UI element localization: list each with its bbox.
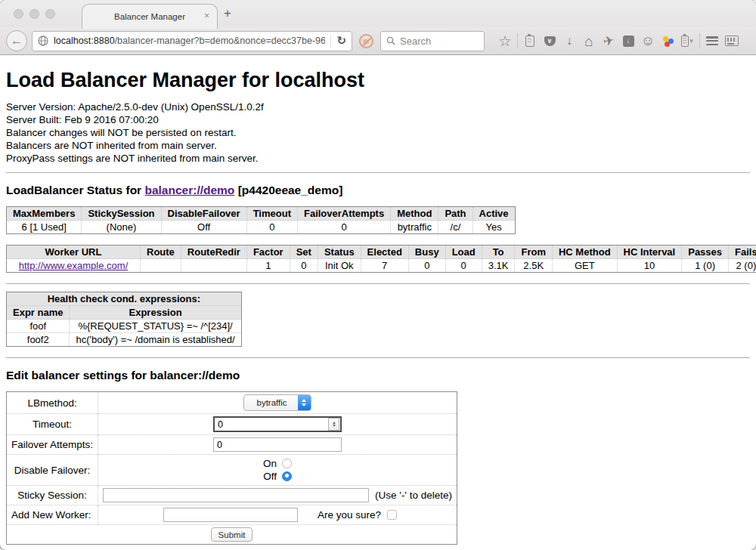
content-blocked-icon[interactable] bbox=[359, 34, 373, 48]
back-button[interactable]: ← bbox=[6, 30, 27, 51]
cell-expr-name: foof2 bbox=[7, 333, 70, 347]
worker-table: Worker URL Route RouteRedir Factor Set S… bbox=[6, 245, 756, 273]
cell-expression: hc('body') =~ /domain is established/ bbox=[70, 333, 241, 347]
col-hc-method: HC Method bbox=[552, 246, 617, 259]
table-header-row: Worker URL Route RouteRedir Factor Set S… bbox=[7, 246, 756, 259]
table-header-row: MaxMembers StickySession DisableFailover… bbox=[7, 207, 516, 221]
search-bar[interactable]: Search bbox=[380, 31, 485, 51]
table-row: foof2 hc('body') =~ /domain is establish… bbox=[7, 333, 242, 347]
timeout-cell bbox=[98, 414, 457, 435]
lbmethod-selected-value: bytraffic bbox=[244, 395, 297, 410]
col-status: Status bbox=[318, 246, 361, 259]
timeout-input[interactable] bbox=[213, 416, 342, 432]
cell-route bbox=[141, 259, 181, 273]
cell-fails: 2 (0) bbox=[729, 259, 756, 273]
url-bar[interactable]: localhost:8880/balancer-manager?b=demo&n… bbox=[32, 31, 352, 51]
new-tab-button[interactable]: + bbox=[224, 6, 231, 21]
col-to: To bbox=[482, 246, 515, 259]
menu-hamburger-icon[interactable] bbox=[702, 32, 722, 50]
downloads-icon[interactable]: ↓ bbox=[559, 32, 579, 50]
cell-hc-method: GET bbox=[552, 259, 617, 273]
select-stepper-icon bbox=[298, 395, 311, 410]
bookmark-star-icon[interactable]: ☆ bbox=[495, 32, 515, 50]
save-page-icon[interactable]: ↓ bbox=[618, 32, 638, 50]
are-you-sure-checkbox[interactable] bbox=[387, 510, 397, 520]
close-window-button[interactable] bbox=[14, 9, 23, 19]
sticky-session-note: (Use '-' to delete) bbox=[375, 490, 452, 501]
col-method: Method bbox=[391, 207, 438, 221]
toolbar-separator bbox=[517, 33, 518, 48]
server-built-line: Server Built: Feb 9 2016 07:00:20 bbox=[6, 114, 750, 127]
keyboard-addon-icon[interactable] bbox=[722, 32, 742, 50]
radio-off[interactable] bbox=[282, 471, 292, 481]
lbmethod-label: LBmethod: bbox=[7, 392, 98, 414]
home-icon[interactable]: ⌂ bbox=[579, 32, 599, 50]
share-plane-icon[interactable]: ✈ bbox=[599, 32, 618, 50]
divider bbox=[6, 283, 750, 284]
col-path: Path bbox=[438, 207, 472, 221]
form-row-disable-failover: Disable Failover: On Off bbox=[7, 455, 457, 486]
sticky-session-input[interactable] bbox=[103, 488, 369, 502]
form-row-submit: Submit bbox=[7, 525, 457, 545]
col-passes: Passes bbox=[682, 246, 729, 259]
url-domain: localhost:8880 bbox=[54, 36, 115, 46]
pocket-icon[interactable]: ∨ bbox=[540, 32, 559, 50]
table-row: 6 [1 Used] (None) Off 0 0 bytraffic /c/ … bbox=[7, 221, 516, 234]
back-arrow-icon: ← bbox=[11, 34, 23, 48]
reload-icon[interactable]: ↻ bbox=[336, 34, 346, 48]
cell-expression: %{REQUEST_STATUS} =~ /^[234]/ bbox=[70, 320, 241, 333]
col-failoverattempts: FailoverAttempts bbox=[297, 207, 390, 221]
form-row-failover-attempts: Failover Attempts: bbox=[7, 435, 457, 455]
number-spinner-icon[interactable] bbox=[328, 418, 339, 431]
search-placeholder: Search bbox=[400, 36, 431, 47]
zoom-window-button[interactable] bbox=[45, 9, 55, 19]
table-row: foof %{REQUEST_STATUS} =~ /^[234]/ bbox=[7, 320, 242, 333]
form-row-timeout: Timeout: bbox=[7, 414, 457, 435]
cell-load: 0 bbox=[445, 259, 482, 273]
radio-on[interactable] bbox=[282, 459, 292, 468]
failover-attempts-input[interactable] bbox=[213, 437, 342, 452]
are-you-sure-label: Are you sure? bbox=[318, 509, 381, 521]
worker-url-link[interactable]: http://www.example.com/ bbox=[19, 260, 129, 271]
status-heading-prefix: LoadBalancer Status for bbox=[6, 184, 144, 196]
status-heading: LoadBalancer Status for balancer://demo … bbox=[6, 184, 750, 197]
minimize-window-button[interactable] bbox=[29, 9, 39, 19]
cell-failoverattempts: 0 bbox=[297, 221, 390, 234]
cell-passes: 1 (0) bbox=[682, 259, 729, 273]
col-expr-name: Expr name bbox=[7, 306, 70, 320]
hello-chat-icon[interactable]: ☺ bbox=[638, 32, 658, 50]
url-path: /balancer-manager?b=demo&nonce=decc37be-… bbox=[115, 36, 326, 46]
window-controls bbox=[14, 9, 55, 19]
disable-failover-cell: On Off bbox=[98, 455, 457, 486]
add-worker-label: Add New Worker: bbox=[7, 505, 98, 525]
submit-button[interactable]: Submit bbox=[211, 527, 253, 542]
cell-worker-url: http://www.example.com/ bbox=[7, 259, 141, 273]
cell-from: 2.5K bbox=[515, 259, 553, 273]
tab-close-icon[interactable]: × bbox=[204, 11, 209, 21]
url-text[interactable]: localhost:8880/balancer-manager?b=demo&n… bbox=[54, 36, 325, 46]
col-route: Route bbox=[141, 246, 181, 259]
col-timeout: Timeout bbox=[246, 207, 297, 221]
disable-failover-label: Disable Failover: bbox=[7, 455, 98, 486]
navigation-toolbar: ← localhost:8880/balancer-manager?b=demo… bbox=[0, 27, 756, 55]
timeout-input-field[interactable] bbox=[215, 419, 328, 430]
cell-path: /c/ bbox=[438, 221, 472, 234]
cell-hc-interval: 10 bbox=[617, 259, 682, 273]
reading-list-icon[interactable] bbox=[520, 32, 540, 50]
addon-colored-dots-icon[interactable] bbox=[658, 32, 677, 50]
inherit-note-line: Balancers are NOT inherited from main se… bbox=[6, 140, 750, 153]
cell-routeredir bbox=[181, 259, 246, 273]
edit-settings-heading: Edit balancer settings for balancer://de… bbox=[6, 369, 750, 382]
col-disablefailover: DisableFailover bbox=[161, 207, 246, 221]
extension-battery-icon[interactable]: ▾ bbox=[677, 32, 697, 50]
col-from: From bbox=[515, 246, 553, 259]
col-fails: Fails bbox=[729, 246, 756, 259]
cell-disablefailover: Off bbox=[161, 221, 246, 234]
tab-balancer-manager[interactable]: Balancer Manager × bbox=[82, 4, 218, 29]
lbmethod-select[interactable]: bytraffic bbox=[243, 394, 311, 411]
lbmethod-cell: bytraffic bbox=[98, 392, 457, 414]
balancer-demo-link[interactable]: balancer://demo bbox=[144, 184, 234, 196]
cell-factor: 1 bbox=[246, 259, 290, 273]
add-worker-input[interactable] bbox=[163, 508, 298, 522]
status-heading-suffix: [p4420eeae_demo] bbox=[234, 184, 342, 196]
